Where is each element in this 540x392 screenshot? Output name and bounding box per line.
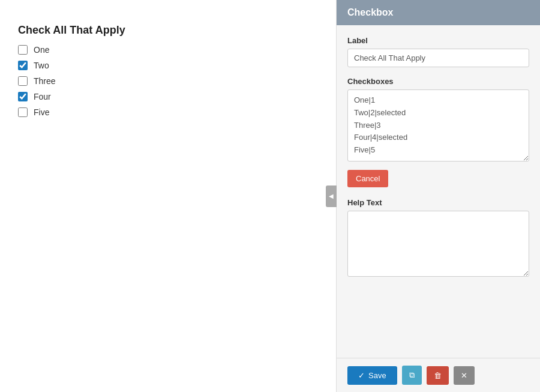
checkbox-five-label: Five xyxy=(34,107,49,117)
checkbox-one-label: One xyxy=(34,45,49,55)
checkbox-item-five: Five xyxy=(18,107,318,117)
label-field-label: Label xyxy=(347,36,529,45)
cancel-button[interactable]: Cancel xyxy=(347,170,388,187)
panel-body: Label Checkboxes One|1 Two|2|selected Th… xyxy=(337,25,540,358)
save-button[interactable]: ✓ Save xyxy=(347,366,397,385)
copy-button[interactable]: ⧉ xyxy=(402,366,422,385)
help-text-label: Help Text xyxy=(347,198,529,207)
checkbox-two[interactable] xyxy=(18,61,28,70)
preview-area: Check All That Apply One Two Three Four … xyxy=(0,0,336,392)
checkbox-two-label: Two xyxy=(34,61,49,70)
delete-icon: 🗑 xyxy=(434,371,442,380)
checkbox-item-two: Two xyxy=(18,61,318,70)
checkboxes-textarea[interactable]: One|1 Two|2|selected Three|3 Four|4|sele… xyxy=(347,89,529,161)
label-input[interactable] xyxy=(347,49,529,67)
delete-button[interactable]: 🗑 xyxy=(427,366,449,385)
checkbox-one[interactable] xyxy=(18,45,28,55)
checkbox-item-four: Four xyxy=(18,92,318,101)
checkbox-item-three: Three xyxy=(18,76,318,86)
panel-toggle-arrow[interactable] xyxy=(326,185,337,207)
save-label: Save xyxy=(368,371,386,380)
checkbox-three[interactable] xyxy=(18,76,28,86)
checkbox-item-one: One xyxy=(18,45,318,55)
checkbox-four[interactable] xyxy=(18,92,28,101)
checkboxes-field-label: Checkboxes xyxy=(347,77,529,86)
checkbox-five[interactable] xyxy=(18,107,28,117)
help-text-textarea[interactable] xyxy=(347,211,529,277)
save-checkmark-icon: ✓ xyxy=(358,371,365,380)
form-title: Check All That Apply xyxy=(18,24,318,37)
close-button[interactable]: ✕ xyxy=(454,366,475,385)
copy-icon: ⧉ xyxy=(409,370,415,379)
checkbox-four-label: Four xyxy=(34,92,51,101)
checkbox-three-label: Three xyxy=(34,76,56,86)
panel-footer: ✓ Save ⧉ 🗑 ✕ xyxy=(337,358,540,392)
panel-header: Checkbox xyxy=(337,0,540,25)
right-panel: Checkbox Label Checkboxes One|1 Two|2|se… xyxy=(336,0,540,392)
close-icon: ✕ xyxy=(461,371,467,380)
